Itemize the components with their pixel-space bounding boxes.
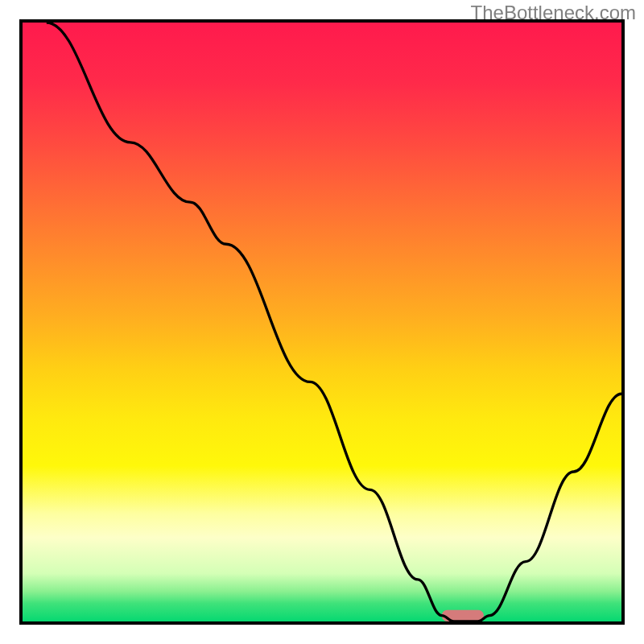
chart-area bbox=[19, 19, 625, 625]
watermark-text: TheBottleneck.com bbox=[471, 2, 636, 24]
background-gradient bbox=[23, 23, 621, 621]
svg-rect-0 bbox=[23, 23, 621, 621]
